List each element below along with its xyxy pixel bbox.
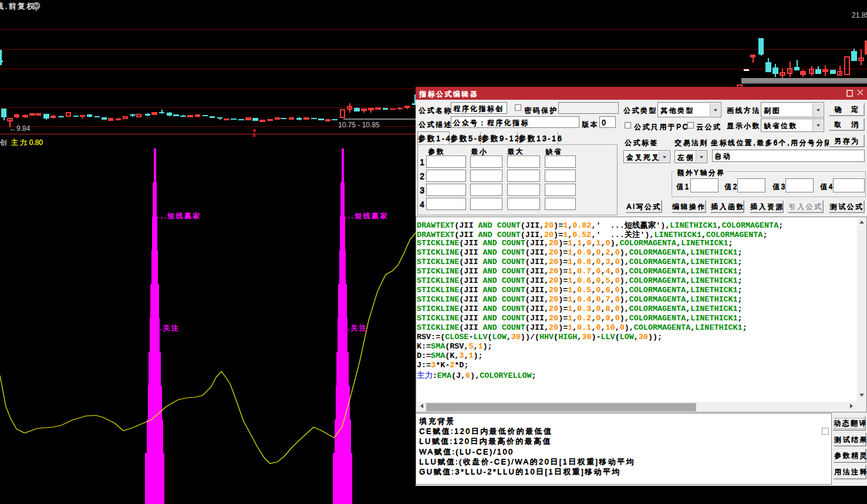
svg-text:←9.84: ←9.84 (9, 124, 31, 133)
svg-text:21.85: 21.85 (852, 11, 867, 19)
svg-text:s: s (252, 131, 256, 138)
svg-text:10.75 - 10.85: 10.75 - 10.85 (338, 121, 380, 129)
svg-text:...短线赢家: ...短线赢家 (345, 212, 389, 220)
svg-text:..关注: ..关注 (344, 324, 367, 332)
svg-text:: 0.80: : 0.80 (25, 138, 43, 147)
svg-text:..关注: ..关注 (156, 324, 180, 332)
svg-text:创: 创 (0, 138, 8, 147)
svg-text:...短线赢家: ...短线赢家 (157, 212, 201, 220)
